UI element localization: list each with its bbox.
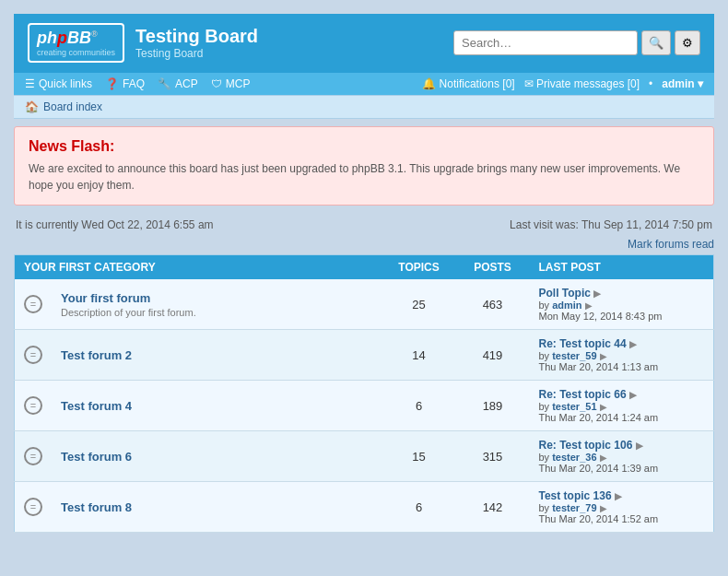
nav-right: 🔔 Notifications [0] ✉ Private messages [… xyxy=(422,77,703,90)
board-title-area: Testing Board Testing Board xyxy=(135,26,258,60)
board-subtitle: Testing Board xyxy=(135,47,258,60)
forum-topics: 14 xyxy=(382,330,456,381)
phpbb-logo: phpBB® creating communities xyxy=(28,23,124,63)
profile-icon: ▶ xyxy=(600,453,607,463)
logo-text: phpBB® xyxy=(37,29,98,47)
profile-icon: ▶ xyxy=(600,351,607,361)
forum-icon-cell: = xyxy=(15,279,53,330)
lastpost-title[interactable]: Poll Topic ▶ xyxy=(539,287,705,300)
mcp-icon: 🛡 xyxy=(211,77,222,90)
view-icon: ▶ xyxy=(615,491,622,501)
lastpost-user-link[interactable]: tester_51 xyxy=(552,401,596,412)
forum-lastpost: Re: Test topic 66 ▶ by tester_51 ▶ Thu M… xyxy=(530,381,714,431)
lastpost-title[interactable]: Re: Test topic 106 ▶ xyxy=(539,439,705,452)
forum-icon: = xyxy=(24,498,42,516)
quick-links-label: Quick links xyxy=(39,77,92,90)
lastpost-by: by tester_59 ▶ xyxy=(539,350,705,361)
col-topics: TOPICS xyxy=(382,255,456,280)
advanced-search-button[interactable]: ⚙ xyxy=(675,30,700,55)
view-icon: ▶ xyxy=(629,390,637,400)
forum-name[interactable]: Your first forum xyxy=(61,291,373,305)
lastpost-by: by tester_79 ▶ xyxy=(539,502,705,513)
logo-area: phpBB® creating communities Testing Boar… xyxy=(28,23,258,63)
forum-icon-cell: = xyxy=(15,482,53,533)
col-forum: YOUR FIRST CATEGORY xyxy=(15,255,382,280)
mark-forums-read-link[interactable]: Mark forums read xyxy=(628,238,714,251)
forum-name[interactable]: Test forum 8 xyxy=(61,500,373,514)
news-flash-body: We are excited to announce this board ha… xyxy=(29,160,699,194)
lastpost-date: Thu Mar 20, 2014 1:39 am xyxy=(539,463,705,474)
forum-info-cell: Test forum 8 xyxy=(52,482,382,533)
user-menu[interactable]: admin ▾ xyxy=(662,77,703,90)
notifications-area[interactable]: 🔔 Notifications [0] xyxy=(422,77,514,90)
forum-lastpost: Test topic 136 ▶ by tester_79 ▶ Thu Mar … xyxy=(530,482,714,533)
logo-subtitle: creating communities xyxy=(37,48,115,57)
forum-posts: 142 xyxy=(456,482,530,533)
forum-icon-cell: = xyxy=(15,330,53,381)
board-index-link[interactable]: Board index xyxy=(43,100,102,113)
username: admin xyxy=(662,77,694,90)
lastpost-user-link[interactable]: tester_36 xyxy=(552,452,596,463)
lastpost-user-link[interactable]: tester_59 xyxy=(552,350,596,361)
forum-icon-cell: = xyxy=(15,431,53,482)
forum-name[interactable]: Test forum 2 xyxy=(61,348,373,362)
table-header-row: YOUR FIRST CATEGORY TOPICS POSTS LAST PO… xyxy=(15,255,714,280)
status-bar: It is currently Wed Oct 22, 2014 6:55 am… xyxy=(14,213,714,237)
forum-name[interactable]: Test forum 4 xyxy=(61,399,373,413)
category-label: YOUR FIRST CATEGORY xyxy=(24,261,156,274)
forum-posts: 463 xyxy=(456,279,530,330)
lastpost-title[interactable]: Re: Test topic 44 ▶ xyxy=(539,337,705,350)
mark-read-area: Mark forums read xyxy=(14,237,714,251)
forum-topics: 25 xyxy=(382,279,456,330)
private-messages-count: 0 xyxy=(630,77,637,90)
private-messages-label: Private messages xyxy=(536,77,624,90)
acp-link[interactable]: 🔧 ACP xyxy=(158,77,198,90)
forum-icon: = xyxy=(24,295,42,313)
forum-name[interactable]: Test forum 6 xyxy=(61,450,373,464)
quick-links-menu[interactable]: ☰ Quick links xyxy=(25,77,92,90)
faq-icon: ❓ xyxy=(105,77,119,90)
search-input[interactable] xyxy=(453,30,638,55)
faq-label: FAQ xyxy=(123,77,145,90)
navbar: ☰ Quick links ❓ FAQ 🔧 ACP 🛡 MCP 🔔 Notifi… xyxy=(14,72,714,95)
nav-left: ☰ Quick links ❓ FAQ 🔧 ACP 🛡 MCP xyxy=(25,77,250,90)
forum-lastpost: Re: Test topic 106 ▶ by tester_36 ▶ Thu … xyxy=(530,431,714,482)
news-flash: News Flash: We are excited to announce t… xyxy=(14,126,714,206)
lastpost-date: Thu Mar 20, 2014 1:24 am xyxy=(539,412,705,423)
table-row: = Test forum 6 15 315 Re: Test topic 106… xyxy=(15,431,714,482)
profile-icon: ▶ xyxy=(585,300,593,311)
lastpost-user-link[interactable]: tester_79 xyxy=(552,502,596,513)
view-icon: ▶ xyxy=(629,339,637,349)
acp-icon: 🔧 xyxy=(158,77,171,90)
mcp-label: MCP xyxy=(226,77,251,90)
board-title: Testing Board xyxy=(135,26,258,47)
forum-info-cell: Test forum 6 xyxy=(52,431,382,482)
notifications-count: 0 xyxy=(506,77,512,90)
forum-info-cell: Test forum 4 xyxy=(52,381,382,431)
mcp-link[interactable]: 🛡 MCP xyxy=(211,77,251,90)
search-button[interactable]: 🔍 xyxy=(641,30,671,55)
faq-link[interactable]: ❓ FAQ xyxy=(105,77,145,90)
lastpost-title[interactable]: Re: Test topic 66 ▶ xyxy=(539,388,705,401)
forum-info-cell: Your first forum Description of your fir… xyxy=(52,279,382,330)
forum-info-cell: Test forum 2 xyxy=(52,330,382,381)
forum-topics: 15 xyxy=(382,431,456,482)
forum-icon: = xyxy=(24,346,42,364)
acp-label: ACP xyxy=(175,77,198,90)
view-icon: ▶ xyxy=(593,288,601,299)
lastpost-by: by tester_51 ▶ xyxy=(539,401,705,412)
profile-icon: ▶ xyxy=(600,402,607,412)
profile-icon: ▶ xyxy=(600,503,607,513)
forum-topics: 6 xyxy=(382,482,456,533)
forum-icon: = xyxy=(24,447,42,465)
forum-desc: Description of your first forum. xyxy=(61,307,373,318)
forum-icon: = xyxy=(24,396,42,415)
private-messages-area[interactable]: ✉ Private messages [0] xyxy=(524,77,640,90)
lastpost-title[interactable]: Test topic 136 ▶ xyxy=(539,489,705,502)
lastpost-user-link[interactable]: admin xyxy=(552,300,581,311)
forum-posts: 189 xyxy=(456,381,530,431)
forum-table: YOUR FIRST CATEGORY TOPICS POSTS LAST PO… xyxy=(14,254,714,533)
notifications-label: Notifications xyxy=(440,77,499,90)
table-row: = Test forum 2 14 419 Re: Test topic 44 … xyxy=(15,330,714,381)
forum-posts: 419 xyxy=(456,330,530,381)
